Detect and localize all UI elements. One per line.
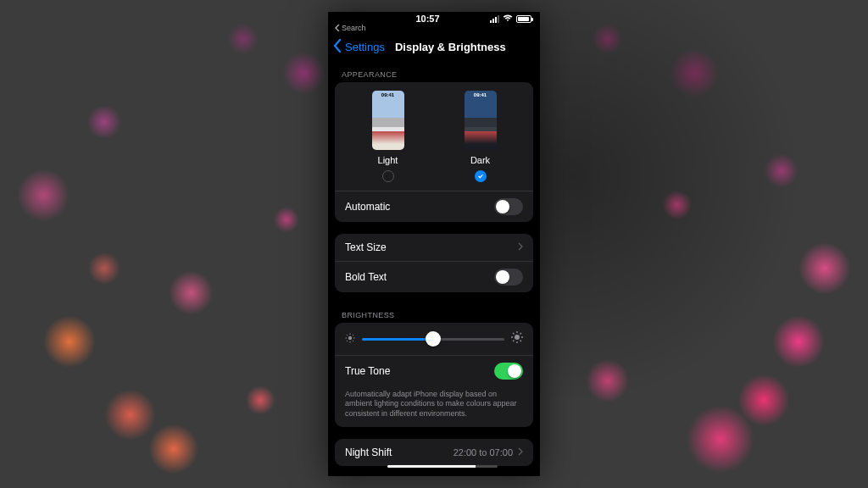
svg-line-17 xyxy=(513,341,514,341)
svg-line-15 xyxy=(520,341,521,341)
svg-line-7 xyxy=(353,335,353,336)
svg-line-5 xyxy=(347,335,348,336)
back-chevron-icon[interactable] xyxy=(333,39,342,55)
svg-point-0 xyxy=(348,336,352,340)
phone-screen: 10:57 Search Settings Display & Brightne… xyxy=(328,12,540,476)
light-label: Light xyxy=(378,155,398,165)
true-tone-help: Automatically adapt iPhone display based… xyxy=(335,386,533,427)
night-shift-detail: 22:00 to 07:00 xyxy=(453,447,513,458)
back-button[interactable]: Settings xyxy=(345,41,385,53)
dark-radio[interactable] xyxy=(475,170,487,182)
sun-small-icon xyxy=(345,331,355,347)
true-tone-row: True Tone xyxy=(335,355,533,386)
nav-bar: Settings Display & Brightness xyxy=(328,34,540,64)
chevron-right-icon xyxy=(518,446,523,458)
cellular-icon xyxy=(490,15,499,23)
brightness-slider-row xyxy=(335,323,533,355)
night-shift-group: Night Shift 22:00 to 07:00 xyxy=(335,439,533,466)
brightness-group: True Tone Automatically adapt iPhone dis… xyxy=(335,323,533,427)
text-group: Text Size Bold Text xyxy=(335,234,533,292)
status-bar: 10:57 xyxy=(328,12,540,24)
dark-preview: 09:41 xyxy=(465,91,497,150)
bold-text-label: Bold Text xyxy=(345,271,387,283)
breadcrumb-label: Search xyxy=(342,24,366,32)
sun-large-icon xyxy=(511,331,523,347)
appearance-header: APPEARANCE xyxy=(331,64,537,82)
light-theme-option[interactable]: 09:41 Light xyxy=(372,91,404,182)
light-radio[interactable] xyxy=(382,170,394,182)
breadcrumb-back[interactable]: Search xyxy=(328,24,540,34)
text-size-label: Text Size xyxy=(345,241,387,253)
automatic-row: Automatic xyxy=(335,191,533,222)
brightness-header: BRIGHTNESS xyxy=(331,304,537,323)
battery-icon xyxy=(516,15,531,23)
light-preview: 09:41 xyxy=(372,91,404,150)
wifi-icon xyxy=(503,14,513,24)
dark-label: Dark xyxy=(470,155,490,165)
automatic-toggle[interactable] xyxy=(494,198,523,215)
night-shift-row[interactable]: Night Shift 22:00 to 07:00 xyxy=(335,439,533,466)
appearance-group: 09:41 Light 09:41 Dark Automatic xyxy=(335,82,533,222)
status-time: 10:57 xyxy=(365,14,490,24)
chevron-right-icon xyxy=(518,241,523,253)
dark-theme-option[interactable]: 09:41 Dark xyxy=(465,91,497,182)
page-title: Display & Brightness xyxy=(395,41,506,53)
svg-line-14 xyxy=(513,333,514,334)
svg-line-6 xyxy=(353,341,353,341)
true-tone-toggle[interactable] xyxy=(494,363,523,380)
brightness-slider[interactable] xyxy=(362,338,504,341)
text-size-row[interactable]: Text Size xyxy=(335,234,533,261)
scroll-indicator[interactable] xyxy=(387,465,498,468)
bold-text-row: Bold Text xyxy=(335,261,533,292)
true-tone-label: True Tone xyxy=(345,365,390,377)
night-shift-label: Night Shift xyxy=(345,446,392,458)
svg-line-16 xyxy=(520,333,521,334)
svg-point-9 xyxy=(515,335,520,340)
bold-text-toggle[interactable] xyxy=(494,269,523,286)
automatic-label: Automatic xyxy=(345,201,390,213)
svg-line-8 xyxy=(347,341,348,341)
